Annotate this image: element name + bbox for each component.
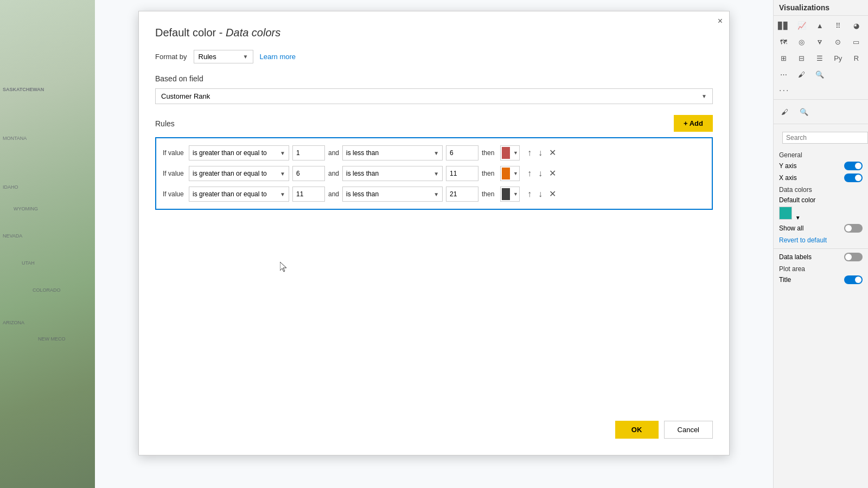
more-options-icon[interactable]: ···: [779, 86, 789, 95]
panel-icons-row: ···: [774, 84, 868, 97]
close-button[interactable]: ×: [718, 17, 723, 25]
rule-move-down-button-1[interactable]: ↓: [536, 147, 545, 158]
default-color-swatch[interactable]: [779, 207, 792, 220]
rule-if-label-3: If value: [163, 190, 186, 198]
rule-move-down-button-3[interactable]: ↓: [536, 189, 545, 200]
x-axis-toggle[interactable]: [844, 174, 863, 182]
plot-area-label: Plot area: [774, 263, 868, 274]
rule-row: If value is greater than or equal to ▼ a…: [161, 143, 707, 163]
rule-value2-input-1[interactable]: [446, 145, 478, 160]
rule-then-label-1: then: [482, 149, 497, 157]
default-color-swatch-row: ▼: [774, 206, 868, 222]
rule-move-up-button-2[interactable]: ↑: [525, 168, 534, 179]
viz-icon-more[interactable]: ⋯: [776, 67, 791, 82]
modal-overlay: × Default color - Data colors Format by …: [95, 0, 773, 488]
viz-icon-gauge[interactable]: ⊙: [831, 34, 846, 49]
viz-icons-grid: ▊▊ 📈 ▲ ⠿ ◕ 🗺 ◎ ⛛ ⊙ ▭ ⊞ ⊟ ☰ Py R ⋯ 🖌 🔍: [774, 16, 868, 84]
rules-container: If value is greater than or equal to ▼ a…: [155, 137, 713, 210]
data-labels-toggle[interactable]: [844, 253, 863, 261]
viz-icon-scatter[interactable]: ⠿: [831, 18, 846, 33]
format-by-row: Format by Rules ▼ Learn more: [155, 50, 713, 63]
viz-icon-funnel[interactable]: ⛛: [812, 34, 827, 49]
rule-delete-button-3[interactable]: ✕: [547, 189, 558, 200]
rule-condition1-select-3[interactable]: is greater than or equal to ▼: [189, 187, 289, 202]
viz-icon-line[interactable]: 📈: [794, 18, 809, 33]
format-by-select[interactable]: Rules ▼: [194, 50, 253, 63]
rule-condition2-select-2[interactable]: is less than ▼: [342, 166, 443, 181]
rule-if-label-2: If value: [163, 170, 186, 177]
region-label-wyoming: WYOMING: [14, 206, 38, 211]
add-button[interactable]: + Add: [674, 115, 713, 132]
rule-move-down-button-2[interactable]: ↓: [536, 168, 545, 179]
revert-link[interactable]: Revert to default: [774, 234, 868, 246]
format-icon-row: 🖌 🔍: [774, 102, 868, 121]
title-label: Title: [779, 276, 791, 284]
default-color-chevron[interactable]: ▼: [795, 215, 801, 221]
show-all-toggle[interactable]: [844, 224, 863, 233]
viz-icon-map[interactable]: 🗺: [776, 34, 791, 49]
data-colors-label: Data colors: [774, 184, 868, 195]
rule-condition1-select-1[interactable]: is greater than or equal to ▼: [189, 145, 289, 160]
default-color-label: Default color: [779, 196, 815, 204]
viz-icon-r[interactable]: R: [848, 50, 864, 66]
viz-icon-matrix[interactable]: ⊟: [794, 50, 809, 66]
dialog: × Default color - Data colors Format by …: [138, 11, 730, 455]
rule-if-label-1: If value: [163, 149, 186, 157]
rule-value1-input-3[interactable]: [292, 187, 325, 202]
viz-icon-donut[interactable]: ◎: [794, 34, 809, 49]
rule-color-button-2[interactable]: ▼: [500, 166, 520, 181]
rule-then-label-2: then: [482, 170, 497, 177]
x-axis-label: X axis: [779, 174, 797, 182]
rule-move-up-button-1[interactable]: ↑: [525, 147, 534, 158]
format-paint-icon[interactable]: 🖌: [777, 104, 792, 119]
ok-button[interactable]: OK: [615, 421, 659, 439]
region-label-nevada: NEVADA: [3, 233, 22, 239]
rule-color-button-1[interactable]: ▼: [500, 145, 520, 160]
map-background: SASKATCHEWAN MONTANA IDAHO WYOMING NEVAD…: [0, 0, 95, 488]
based-on-label: Based on field: [155, 74, 713, 83]
general-label: General: [774, 149, 868, 160]
rule-and-label-2: and: [328, 170, 339, 177]
viz-icon-format[interactable]: 🖌: [794, 67, 809, 82]
viz-icon-analytics[interactable]: 🔍: [812, 67, 827, 82]
viz-icon-bar[interactable]: ▊▊: [776, 18, 791, 33]
cancel-button[interactable]: Cancel: [664, 421, 713, 439]
rule-value1-input-1[interactable]: [292, 145, 325, 160]
dialog-title: Default color - Data colors: [139, 11, 729, 50]
search-area: [774, 126, 868, 149]
panel-divider-3: [774, 248, 868, 249]
rule-value2-input-2[interactable]: [446, 166, 478, 181]
title-toggle[interactable]: [844, 275, 863, 284]
viz-icon-area[interactable]: ▲: [812, 18, 827, 33]
region-label-arizona: ARIZONA: [3, 320, 24, 325]
field-select[interactable]: Customer Rank ▼: [155, 88, 713, 104]
show-all-toggle-thumb: [845, 225, 852, 232]
viz-icon-pie[interactable]: ◕: [848, 18, 864, 33]
panel-divider-1: [774, 99, 868, 100]
rule-condition2-select-1[interactable]: is less than ▼: [342, 145, 443, 160]
viz-icon-card[interactable]: ▭: [848, 34, 864, 49]
rule-color-button-3[interactable]: ▼: [500, 187, 520, 202]
y-axis-toggle-thumb: [855, 163, 861, 169]
region-label-utah: UTAH: [22, 260, 35, 266]
viz-icon-slicer[interactable]: ☰: [812, 50, 827, 66]
rule-move-up-button-3[interactable]: ↑: [525, 189, 534, 200]
learn-more-link[interactable]: Learn more: [260, 53, 296, 61]
rule-condition1-select-2[interactable]: is greater than or equal to ▼: [189, 166, 289, 181]
rule-condition2-select-3[interactable]: is less than ▼: [342, 187, 443, 202]
rule-delete-button-1[interactable]: ✕: [547, 147, 558, 158]
dialog-footer: OK Cancel: [615, 421, 713, 439]
y-axis-toggle[interactable]: [844, 162, 863, 170]
format-by-label: Format by: [155, 53, 187, 61]
rule-delete-button-2[interactable]: ✕: [547, 168, 558, 179]
viz-icon-python[interactable]: Py: [831, 50, 846, 66]
viz-icon-table[interactable]: ⊞: [776, 50, 791, 66]
rule-value2-input-3[interactable]: [446, 187, 478, 202]
rule-row: If value is greater than or equal to ▼ a…: [161, 184, 707, 204]
rule-value1-input-2[interactable]: [292, 166, 325, 181]
rule-actions-2: ↑ ↓ ✕: [525, 168, 558, 179]
data-labels-label: Data labels: [779, 253, 812, 261]
x-axis-row: X axis: [774, 172, 868, 184]
format-search-icon[interactable]: 🔍: [796, 104, 812, 119]
search-input[interactable]: [782, 132, 868, 144]
